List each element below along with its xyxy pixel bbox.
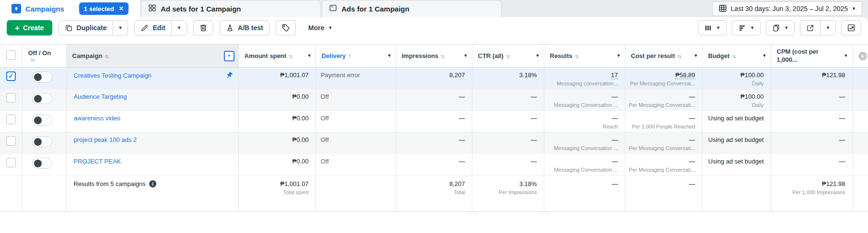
chevron-down-icon: ▼ [716,26,720,30]
charts-button[interactable] [841,20,861,35]
header-amount-spent[interactable]: Amount spent ↑↓ ▼ [238,45,316,68]
amount-spent-value: ₱0.00 [239,136,309,143]
header-ctr[interactable]: CTR (all) ↑↓ ▼ [472,45,544,68]
tag-button[interactable] [276,20,296,35]
cost-per-result-sub-label: Per Messaging Conversati... [626,102,695,108]
export-dropdown[interactable]: ▼ [820,21,835,35]
row-checkbox[interactable]: ✓ [6,71,16,81]
tab-campaigns[interactable]: Campaigns 1 selected ✕ [0,0,140,17]
budget-value: Using ad set budget [703,158,764,165]
row-checkbox[interactable] [6,115,16,124]
results-sub-label: Messaging conversation... [545,81,618,86]
amount-spent-value: ₱0.00 [239,115,309,122]
columns-button[interactable]: ▼ [698,20,727,35]
cost-per-result-sub-label: Per Messaging Conversati... [626,167,695,173]
select-all-header [0,45,22,68]
total-amount-spent-label: Total spent [239,189,309,195]
cost-per-result-value[interactable]: ₱58.89 [675,71,695,79]
impressions-value: 8,207 [397,71,465,79]
toggle-knob [34,73,42,81]
edit-dropdown[interactable]: ▼ [171,21,187,35]
create-button[interactable]: + Create [7,20,52,35]
impressions-value: — [397,136,465,143]
campaign-link[interactable]: awareness video [74,115,121,122]
breakdown-button[interactable]: ▼ [732,20,761,35]
impressions-value: — [397,93,465,100]
header-impressions[interactable]: Impressions ↑↓ ▼ [396,45,472,68]
amount-spent-value: ₱0.00 [239,93,309,100]
campaign-toggle[interactable] [32,71,52,82]
edit-label: Edit [152,24,165,32]
plus-icon: + [15,24,20,32]
main-panel: + Create Duplicate ▼ Edit ▼ [0,17,868,233]
results-value: — [545,93,618,100]
chevron-down-icon: ▼ [694,54,698,58]
row-checkbox[interactable] [6,93,16,103]
pin-icon[interactable] [223,70,234,81]
duplicate-button[interactable]: Duplicate [59,21,113,35]
duplicate-label: Duplicate [77,24,107,32]
row-checkbox[interactable] [6,158,16,167]
footer-results-label: Results from 5 campaigns [74,180,146,187]
delete-button[interactable] [193,20,213,35]
sort-icon: ↑↓ [31,57,62,62]
table-row: project peak 100 ads 2 ₱0.00 Off — — —Me… [0,132,868,154]
header-delivery[interactable]: Delivery ↑ ▼ [316,45,396,68]
campaign-filter-dropdown[interactable]: ▼ [224,51,235,61]
reports-button[interactable]: ▼ [766,20,795,35]
toggle-knob [34,138,42,146]
budget-value: Using ad set budget [703,136,764,143]
cpm-value: — [772,93,845,100]
campaign-link[interactable]: Audience Targeting [74,93,127,100]
budget-value: ₱100.00 [703,71,764,79]
row-checkbox[interactable] [6,136,16,146]
campaign-toggle[interactable] [32,115,52,126]
table-row: PROJECT PEAK ₱0.00 Off — — —Messaging Co… [0,154,868,175]
cost-per-result-sub-label: Per 1,000 People Reached [626,124,695,129]
cost-per-result-value: — [626,158,695,165]
header-campaign[interactable]: Campaign ↑↓ ▼ [66,45,238,68]
header-cost-per-result[interactable]: Cost per result ↑↓ ▼ [625,45,702,68]
campaigns-folder-icon [12,4,21,13]
duplicate-dropdown[interactable]: ▼ [113,21,128,35]
tab-adsets[interactable]: Ad sets for 1 Campaign [141,0,321,17]
edit-button[interactable]: Edit [135,21,171,35]
chevron-down-icon: ▼ [617,54,621,58]
total-impressions-label: Total [397,189,465,195]
campaign-link[interactable]: Creatives Testing Campaign [74,72,152,79]
table-row: ✓ Creatives Testing Campaign ₱1,001.07 P… [0,68,868,89]
header-results[interactable]: Results ↑↓ ▼ [544,45,625,68]
export-button[interactable] [800,21,820,35]
date-range-button[interactable]: Last 30 days: Jun 3, 2025 – Jul 2, 2025 … [712,1,862,16]
tab-ads[interactable]: Ads for 1 Campaign [322,0,502,17]
header-off-on[interactable]: Off / On ↑↓ [22,45,66,68]
campaign-link[interactable]: PROJECT PEAK [74,158,121,165]
ab-test-button[interactable]: A/B test [220,20,270,35]
selected-count-badge[interactable]: 1 selected ✕ [79,2,129,15]
campaign-toggle[interactable] [32,93,52,104]
more-button[interactable]: More ▼ [302,20,339,35]
date-range-label: Last 30 days: Jun 3, 2025 – Jul 2, 2025 [731,5,848,12]
header-off-on-label: Off / On [28,49,62,57]
adsets-grid-icon [148,4,156,14]
campaign-toggle[interactable] [32,158,52,169]
campaign-link[interactable]: project peak 100 ads 2 [74,136,137,143]
add-column-icon[interactable]: + [858,52,867,60]
results-sub-label: Messaging Conversation ... [545,145,618,151]
header-cpm-label: CPM (cost per 1,000... [777,48,825,64]
results-value[interactable]: 17 [611,71,618,79]
header-cpm[interactable]: CPM (cost per 1,000... ▼ [771,45,852,68]
info-icon[interactable]: i [149,180,156,187]
header-budget[interactable]: Budget ↑↓ ▼ [702,45,771,68]
results-sub-label: Reach [545,124,618,129]
chevron-down-icon: ▼ [750,26,754,30]
delivery-status: Off [321,115,395,122]
ctr-value: — [473,115,537,122]
chevron-down-icon: ▼ [328,26,332,30]
ctr-value: 3.18% [473,71,537,79]
select-all-checkbox[interactable] [6,50,16,60]
clear-selection-icon[interactable]: ✕ [119,5,124,12]
campaign-toggle[interactable] [32,136,52,147]
ab-test-label: A/B test [238,24,263,32]
total-amount-spent: ₱1,001.07 [239,180,309,187]
